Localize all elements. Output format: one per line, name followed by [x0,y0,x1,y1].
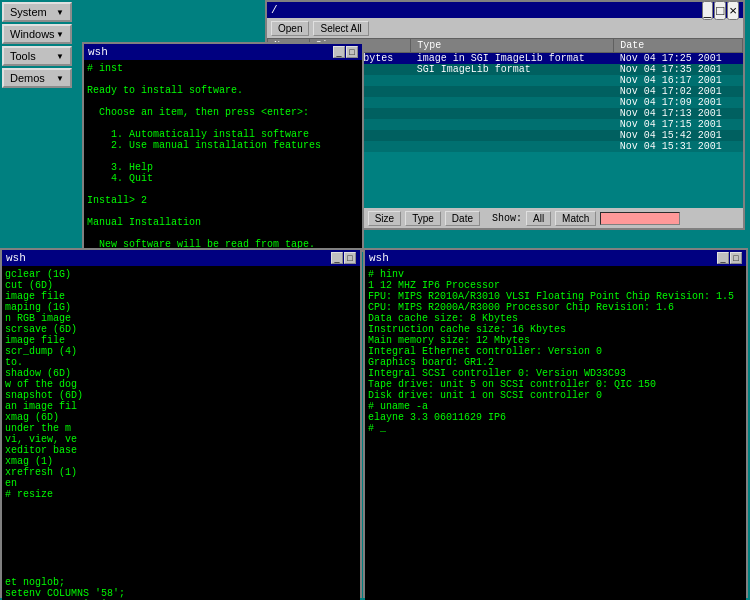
tools-menu-arrow: ▼ [56,52,64,61]
filemanager-titlebar: / _ □ × [267,2,743,18]
wsh-bottom-right-content[interactable]: # hinv 1 12 MHZ IP6 Processor FPU: MIPS … [365,266,746,600]
filemanager-minimize[interactable]: _ [702,1,713,20]
wsh-top-minimize[interactable]: _ [333,46,345,58]
file-cell-date: Nov 04 15:31 2001 [614,141,743,152]
wsh-top-title: wsh [88,46,108,58]
file-cell-date: Nov 04 17:09 2001 [614,97,743,108]
wsh-top-window: wsh _ □ # inst Ready to install software… [82,42,364,252]
demos-menu[interactable]: Demos ▼ [2,68,72,88]
windows-menu[interactable]: Windows ▼ [2,24,72,44]
wsh-bl-minimize[interactable]: _ [331,252,343,264]
show-label: Show: [492,213,522,224]
wsh-bottom-right-titlebar: wsh _ □ [365,250,746,266]
wsh-bottom-right-window: wsh _ □ # hinv 1 12 MHZ IP6 Processor FP… [363,248,748,598]
file-cell-type [411,97,614,108]
file-cell-date: Nov 04 15:42 2001 [614,130,743,141]
file-cell-date: Nov 04 16:17 2001 [614,75,743,86]
file-cell-type [411,108,614,119]
wsh-bottom-left-window: wsh _ □ gclear (1G) cut (6D) image file … [0,248,362,598]
demos-menu-label: Demos [10,72,45,84]
wsh-bottom-left-titlebar: wsh _ □ [2,250,360,266]
fm-toolbar-btn2[interactable]: Select All [313,21,368,36]
system-menu[interactable]: System ▼ [2,2,72,22]
wsh-bottom-right-title: wsh [369,252,389,264]
file-cell-type [411,141,614,152]
sort-date-btn[interactable]: Date [445,211,480,226]
filemanager-close[interactable]: × [727,1,739,20]
show-all-btn[interactable]: All [526,211,551,226]
wsh-bottom-left-title: wsh [6,252,26,264]
file-cell-type [411,130,614,141]
file-cell-type [411,86,614,97]
file-cell-type: SGI ImageLib format [411,64,614,75]
wsh-bottom-right-buttons: _ □ [717,252,742,264]
filemanager-maximize[interactable]: □ [714,1,726,20]
file-cell-date: Nov 04 17:02 2001 [614,86,743,97]
system-menu-arrow: ▼ [56,8,64,17]
match-input[interactable] [600,212,680,225]
wsh-top-titlebar: wsh _ □ [84,44,362,60]
file-cell-date: Nov 04 17:25 2001 [614,53,743,65]
file-cell-date: Nov 04 17:13 2001 [614,108,743,119]
sort-type-btn[interactable]: Type [405,211,441,226]
menubar: System ▼ Windows ▼ Tools ▼ Demos ▼ [0,0,80,135]
wsh-bottom-left-buttons: _ □ [331,252,356,264]
file-cell-date: Nov 04 17:15 2001 [614,119,743,130]
wsh-bottom-left-content[interactable]: gclear (1G) cut (6D) image file maping (… [2,266,360,600]
filemanager-buttons: _ □ × [702,1,739,20]
file-cell-type [411,75,614,86]
demos-menu-arrow: ▼ [56,74,64,83]
file-cell-type: image in SGI ImageLib format [411,53,614,65]
col-type[interactable]: Type [411,39,614,53]
show-match-btn[interactable]: Match [555,211,596,226]
sort-size-btn[interactable]: Size [368,211,401,226]
windows-menu-label: Windows [10,28,55,40]
tools-menu-label: Tools [10,50,36,62]
file-cell-date: Nov 04 17:35 2001 [614,64,743,75]
fm-toolbar-btn[interactable]: Open [271,21,309,36]
wsh-br-minimize[interactable]: _ [717,252,729,264]
system-menu-label: System [10,6,47,18]
tools-menu[interactable]: Tools ▼ [2,46,72,66]
wsh-top-maximize[interactable]: □ [346,46,358,58]
wsh-br-maximize[interactable]: □ [730,252,742,264]
wsh-bl-maximize[interactable]: □ [344,252,356,264]
windows-menu-arrow: ▼ [56,30,64,39]
col-date[interactable]: Date [614,39,743,53]
filemanager-title: / [271,4,278,16]
wsh-top-content[interactable]: # inst Ready to install software. Choose… [84,60,362,266]
file-cell-type [411,119,614,130]
wsh-top-buttons: _ □ [333,46,358,58]
